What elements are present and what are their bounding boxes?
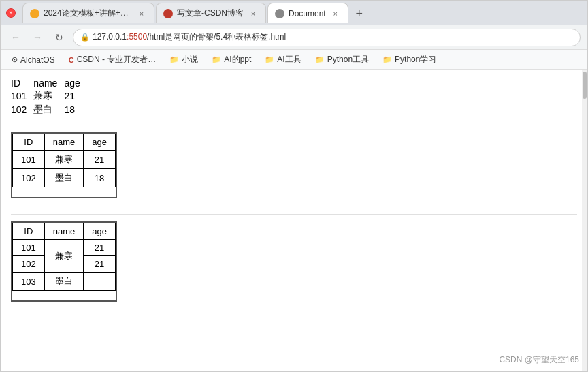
bookmark-pylearn-label: Python学习 xyxy=(395,54,436,65)
table-row: 101 兼寒 21 xyxy=(13,240,116,256)
address-text: 127.0.0.1:5500/html是网页的骨架/5.4种表格标签.html xyxy=(93,31,286,43)
rowspan-table: ID name age 101 兼寒 21 102 21 103 xyxy=(12,223,116,291)
bordered-table-container: ID name age 101 兼寒 21 102 墨白 18 xyxy=(11,132,117,198)
table-row: 101 兼寒 21 xyxy=(13,151,116,169)
plain-cell-102: 102 xyxy=(11,103,33,117)
rowspan-cell-103: 103 xyxy=(13,273,45,291)
bookmark-novel[interactable]: 📁 小说 xyxy=(165,52,202,67)
plain-cell-21a: 21 xyxy=(64,89,85,103)
bookmark-novel-label: 小说 xyxy=(182,54,198,65)
bordered-header-age: age xyxy=(84,134,116,151)
tab1-label: 2024论文模板+讲解+PPT模板+… xyxy=(44,7,132,19)
bookmark-pylearn[interactable]: 📁 Python学习 xyxy=(378,52,440,67)
vertical-scrollbar[interactable] xyxy=(582,70,587,371)
rowspan-cell-102: 102 xyxy=(13,256,45,273)
back-button[interactable]: ← xyxy=(7,29,24,46)
plain-cell-jianha: 兼寒 xyxy=(33,89,64,103)
plain-header-id: ID xyxy=(11,77,33,89)
tab1-favicon xyxy=(30,9,39,18)
plain-header-name: name xyxy=(33,77,64,89)
tab3-close[interactable]: × xyxy=(330,8,341,19)
bordered-cell-102: 102 xyxy=(13,169,45,187)
bookmark-alchat[interactable]: ⊙ AlchatOS xyxy=(7,54,59,66)
bookmark-csdn[interactable]: C CSDN - 专业开发者… xyxy=(65,52,161,67)
plain-cell-101: 101 xyxy=(11,89,33,103)
table-row: 101 兼寒 21 xyxy=(11,89,86,103)
tab2-label: 写文章-CSDN博客 xyxy=(177,7,244,19)
bordered-cell-moba: 墨白 xyxy=(44,169,84,187)
rowspan-cell-jianha: 兼寒 xyxy=(44,240,84,273)
browser-window: × 2024论文模板+讲解+PPT模板+… × 写文章-CSDN博客 × Doc… xyxy=(0,0,588,372)
tab2-close[interactable]: × xyxy=(248,8,259,19)
tab3-favicon xyxy=(275,9,284,18)
plain-header-age: age xyxy=(64,77,85,89)
rowspan-header-name: name xyxy=(44,223,84,240)
bordered-cell-jianha: 兼寒 xyxy=(44,151,84,169)
plain-cell-moba: 墨白 xyxy=(33,103,64,117)
page-wrapper: ID name age 101 兼寒 21 102 墨白 18 xyxy=(1,70,587,371)
page-content: ID name age 101 兼寒 21 102 墨白 18 xyxy=(1,70,587,322)
rowspan-header-age: age xyxy=(84,223,116,240)
bookmark-aippt-label: AI的ppt xyxy=(224,54,251,65)
tab2-favicon xyxy=(163,9,173,18)
tab3-label: Document xyxy=(289,9,326,18)
watermark: CSDN @守望天空165 xyxy=(499,354,579,366)
rowspan-cell-empty xyxy=(84,273,116,291)
forward-button[interactable]: → xyxy=(29,29,46,46)
folder-pylearn-icon: 📁 xyxy=(382,55,392,64)
bordered-table: ID name age 101 兼寒 21 102 墨白 18 xyxy=(12,134,116,187)
bookmark-aitools-label: AI工具 xyxy=(277,54,301,65)
table-row: 102 墨白 18 xyxy=(11,103,86,117)
rowspan-cell-21b: 21 xyxy=(84,256,116,273)
table-row: 102 墨白 18 xyxy=(13,169,116,187)
rowspan-cell-101: 101 xyxy=(13,240,45,256)
plain-cell-18: 18 xyxy=(64,103,85,117)
bookmark-pytools-label: Python工具 xyxy=(327,54,369,65)
tab-3[interactable]: Document × xyxy=(267,3,348,23)
bordered-cell-21a: 21 xyxy=(84,151,116,169)
address-port: :5500 xyxy=(127,32,147,42)
bordered-cell-101: 101 xyxy=(13,151,45,169)
bookmark-aippt[interactable]: 📁 AI的ppt xyxy=(208,52,255,67)
divider-2 xyxy=(11,214,577,215)
bordered-header-id: ID xyxy=(13,134,45,151)
bookmarks-bar: ⊙ AlchatOS C CSDN - 专业开发者… 📁 小说 📁 AI的ppt… xyxy=(1,50,587,70)
address-host: 127.0.0.1 xyxy=(93,32,127,42)
folder-pytools-icon: 📁 xyxy=(315,55,325,64)
table-row: ID name age xyxy=(11,77,86,89)
csdn-icon: C xyxy=(69,56,74,64)
bookmark-csdn-label: CSDN - 专业开发者… xyxy=(77,54,157,65)
nav-bar: ← → ↻ 🔒 127.0.0.1:5500/html是网页的骨架/5.4种表格… xyxy=(1,25,587,50)
lock-icon: 🔒 xyxy=(80,33,90,42)
scrollbar-thumb[interactable] xyxy=(583,72,587,99)
table-row: ID name age xyxy=(13,134,116,151)
tab1-close[interactable]: × xyxy=(136,8,147,19)
bookmark-pytools[interactable]: 📁 Python工具 xyxy=(311,52,373,67)
address-bar[interactable]: 🔒 127.0.0.1:5500/html是网页的骨架/5.4种表格标签.htm… xyxy=(73,29,581,46)
folder-aitools-icon: 📁 xyxy=(265,55,274,64)
title-bar: × 2024论文模板+讲解+PPT模板+… × 写文章-CSDN博客 × Doc… xyxy=(1,1,587,25)
bookmark-alchat-label: AlchatOS xyxy=(20,55,55,65)
rowspan-cell-21a: 21 xyxy=(84,240,116,256)
bordered-cell-18: 18 xyxy=(84,169,116,187)
rowspan-cell-moba: 墨白 xyxy=(44,273,84,291)
divider-1 xyxy=(11,125,577,125)
rowspan-header-id: ID xyxy=(13,223,45,240)
bordered-header-name: name xyxy=(44,134,84,151)
rowspan-table-container: ID name age 101 兼寒 21 102 21 103 xyxy=(11,221,117,302)
table-row: 103 墨白 xyxy=(13,273,116,291)
tab-1[interactable]: 2024论文模板+讲解+PPT模板+… × xyxy=(22,3,154,23)
folder-novel-icon: 📁 xyxy=(169,55,179,64)
address-path: /html是网页的骨架/5.4种表格标签.html xyxy=(147,32,286,42)
plain-table: ID name age 101 兼寒 21 102 墨白 18 xyxy=(11,77,86,117)
new-tab-button[interactable]: + xyxy=(350,4,369,23)
folder-aippt-icon: 📁 xyxy=(212,55,221,64)
reload-button[interactable]: ↻ xyxy=(51,29,67,46)
bookmark-aitools[interactable]: 📁 AI工具 xyxy=(261,52,305,67)
table-row: ID name age xyxy=(13,223,116,240)
tabs-bar: 2024论文模板+讲解+PPT模板+… × 写文章-CSDN博客 × Docum… xyxy=(22,3,582,23)
alchat-icon: ⊙ xyxy=(12,55,18,64)
close-window-button[interactable]: × xyxy=(6,8,16,18)
tab-2[interactable]: 写文章-CSDN博客 × xyxy=(156,3,266,23)
